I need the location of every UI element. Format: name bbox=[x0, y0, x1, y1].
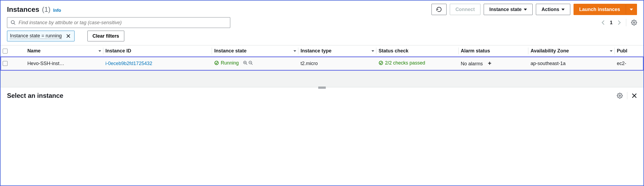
column-header-name[interactable]: Name bbox=[25, 45, 103, 57]
filter-chip-label: Instance state = running bbox=[10, 33, 62, 39]
column-label: Instance state bbox=[214, 48, 246, 54]
status-label: 2/2 checks passed bbox=[385, 60, 425, 66]
column-header-instance-type[interactable]: Instance type bbox=[298, 45, 376, 57]
status-check-value: 2/2 checks passed bbox=[378, 60, 425, 66]
row-checkbox[interactable] bbox=[3, 61, 8, 66]
table-row[interactable]: Hevo-SSH-inst… i-0eceb9b2fd1725432 Runni… bbox=[1, 57, 643, 70]
gear-icon bbox=[631, 20, 637, 26]
connect-button: Connect bbox=[450, 4, 480, 15]
search-icon bbox=[10, 20, 16, 25]
close-icon bbox=[632, 93, 637, 98]
select-all-checkbox[interactable] bbox=[3, 49, 8, 53]
svg-point-14 bbox=[619, 95, 621, 96]
svg-point-2 bbox=[633, 22, 635, 23]
instance-state-dropdown[interactable]: Instance state bbox=[484, 4, 533, 15]
svg-point-5 bbox=[215, 61, 219, 65]
caret-down-icon bbox=[561, 9, 565, 10]
settings-button[interactable] bbox=[631, 20, 637, 26]
sort-icon bbox=[610, 50, 613, 52]
instance-state-value: Running bbox=[214, 60, 239, 66]
instance-count: (1) bbox=[42, 5, 51, 14]
actions-dropdown[interactable]: Actions bbox=[536, 4, 570, 15]
caret-down-icon bbox=[524, 9, 527, 10]
cell-instance-type: t2.micro bbox=[298, 57, 376, 70]
zoom-out-icon[interactable] bbox=[248, 60, 253, 65]
filter-chip-instance-state[interactable]: Instance state = running bbox=[7, 31, 75, 41]
instance-id-link[interactable]: i-0eceb9b2fd1725432 bbox=[105, 61, 152, 66]
column-header-availability-zone[interactable]: Availability Zone bbox=[528, 45, 615, 57]
sort-icon bbox=[98, 50, 101, 52]
check-circle-icon bbox=[378, 60, 383, 65]
column-header-checkbox[interactable] bbox=[1, 45, 25, 57]
clear-filters-button[interactable]: Clear filters bbox=[87, 31, 124, 41]
sort-icon bbox=[371, 50, 374, 52]
prev-page-button[interactable] bbox=[601, 20, 605, 25]
state-label: Running bbox=[221, 60, 239, 66]
instance-state-label: Instance state bbox=[489, 7, 522, 12]
divider bbox=[626, 19, 626, 26]
column-header-status-check[interactable]: Status check bbox=[376, 45, 458, 57]
launch-instances-dropdown[interactable] bbox=[626, 4, 637, 15]
close-detail-button[interactable] bbox=[632, 93, 637, 98]
column-header-public[interactable]: Publ bbox=[615, 45, 643, 57]
detail-settings-button[interactable] bbox=[617, 93, 623, 99]
column-header-alarm-status[interactable]: Alarm status bbox=[459, 45, 529, 57]
gear-icon bbox=[617, 93, 623, 99]
column-label: Name bbox=[27, 48, 41, 54]
svg-line-1 bbox=[14, 23, 15, 25]
actions-label: Actions bbox=[542, 7, 559, 12]
svg-point-13 bbox=[379, 61, 383, 65]
search-input-wrapper[interactable] bbox=[7, 17, 230, 28]
zoom-in-icon[interactable] bbox=[243, 60, 248, 65]
sort-icon bbox=[293, 50, 296, 52]
launch-instances-button[interactable]: Launch instances bbox=[574, 4, 626, 15]
column-label: Alarm status bbox=[461, 48, 490, 54]
cell-name: Hevo-SSH-inst… bbox=[25, 57, 103, 70]
svg-point-0 bbox=[11, 21, 15, 24]
chevron-left-icon bbox=[601, 20, 605, 25]
column-label: Status check bbox=[378, 48, 408, 54]
cell-availability-zone: ap-southeast-1a bbox=[528, 57, 615, 70]
caret-down-icon bbox=[630, 9, 633, 10]
detail-panel-title: Select an instance bbox=[7, 92, 63, 99]
svg-line-11 bbox=[251, 64, 253, 65]
add-alarm-button[interactable]: + bbox=[488, 60, 491, 67]
remove-filter-button[interactable] bbox=[65, 34, 72, 38]
column-label: Availability Zone bbox=[530, 48, 569, 54]
column-header-instance-state[interactable]: Instance state bbox=[212, 45, 298, 57]
close-icon bbox=[66, 34, 70, 38]
next-page-button[interactable] bbox=[617, 20, 621, 25]
svg-line-7 bbox=[246, 64, 247, 65]
check-circle-icon bbox=[214, 60, 219, 65]
column-header-instance-id[interactable]: Instance ID bbox=[103, 45, 212, 57]
alarm-status-value: No alarms bbox=[461, 61, 483, 66]
page-title: Instances bbox=[7, 5, 39, 14]
divider bbox=[627, 92, 627, 99]
chevron-right-icon bbox=[617, 20, 621, 25]
page-number: 1 bbox=[610, 20, 613, 26]
info-link[interactable]: Info bbox=[53, 8, 61, 13]
refresh-button[interactable] bbox=[431, 4, 447, 15]
refresh-icon bbox=[436, 6, 442, 12]
column-label: Instance ID bbox=[105, 48, 131, 54]
search-input[interactable] bbox=[19, 20, 227, 26]
cell-public: ec2- bbox=[615, 57, 643, 70]
column-label: Instance type bbox=[300, 48, 331, 54]
column-label: Publ bbox=[617, 48, 627, 54]
